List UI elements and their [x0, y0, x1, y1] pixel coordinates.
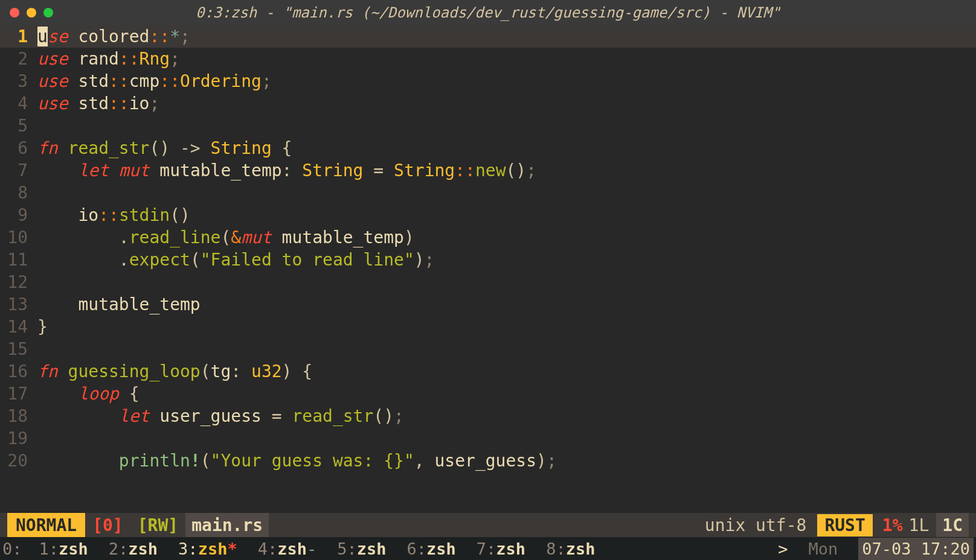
editor-pane[interactable]: 1use colored::*;2use rand::Rng;3use std:…	[0, 25, 976, 560]
code-content[interactable]: println!("Your guess was: {}", user_gues…	[37, 450, 557, 472]
line-number: 2	[0, 48, 37, 70]
code-line[interactable]: 20 println!("Your guess was: {}", user_g…	[0, 450, 976, 472]
line-number: 8	[0, 182, 37, 204]
line-number: 19	[0, 427, 37, 450]
minimize-icon[interactable]	[27, 8, 36, 18]
line-number: 17	[0, 383, 37, 405]
line-number: 15	[0, 338, 37, 360]
code-line[interactable]: 12	[0, 271, 976, 293]
code-line[interactable]: 18 let user_guess = read_str();	[0, 405, 976, 427]
line-number: 5	[0, 115, 37, 137]
code-line[interactable]: 9 io::stdin()	[0, 204, 976, 226]
tmux-statusline: 0: 1:zsh2:zsh3:zsh*4:zsh-5:zsh6:zsh7:zsh…	[0, 537, 976, 560]
code-line[interactable]: 1use colored::*;	[0, 25, 976, 48]
line-number: 11	[0, 249, 37, 271]
tmux-session: 0:	[2, 538, 22, 560]
line-number: 20	[0, 450, 37, 472]
tmux-window[interactable]: 6:zsh	[407, 538, 456, 560]
code-content[interactable]: fn guessing_loop(tg: u32) {	[37, 360, 312, 383]
filetype: RUST	[817, 514, 872, 536]
code-line[interactable]: 11 .expect("Failed to read line");	[0, 249, 976, 271]
line-number: 16	[0, 360, 37, 383]
line-indicator: 1L	[903, 514, 929, 536]
code-line[interactable]: 14}	[0, 316, 976, 338]
encoding: unix utf-8	[705, 514, 807, 536]
code-line[interactable]: 5	[0, 115, 976, 137]
tmux-window[interactable]: 4:zsh-	[258, 538, 317, 560]
line-number: 14	[0, 316, 37, 338]
tmux-separator: >	[778, 538, 788, 560]
tmux-window[interactable]: 2:zsh	[109, 538, 158, 560]
code-line[interactable]: 6fn read_str() -> String {	[0, 137, 976, 159]
tmux-window[interactable]: 5:zsh	[337, 538, 386, 560]
statusline: NORMAL [0] [RW] main.rs unix utf-8 RUST …	[0, 513, 976, 537]
code-line[interactable]: 3use std::cmp::Ordering;	[0, 70, 976, 92]
code-line[interactable]: 7 let mut mutable_temp: String = String:…	[0, 159, 976, 182]
code-content[interactable]: .read_line(&mut mutable_temp)	[37, 226, 414, 249]
tmux-window[interactable]: 8:zsh	[546, 538, 595, 560]
filename: main.rs	[185, 513, 269, 538]
code-area[interactable]: 1use colored::*;2use rand::Rng;3use std:…	[0, 25, 976, 513]
line-number: 3	[0, 70, 37, 92]
code-line[interactable]: 8	[0, 182, 976, 204]
code-content[interactable]: fn read_str() -> String {	[37, 137, 292, 159]
code-content[interactable]: mutable_temp	[37, 293, 201, 316]
code-line[interactable]: 16fn guessing_loop(tg: u32) {	[0, 360, 976, 383]
line-number: 1	[0, 25, 37, 48]
scroll-pct: 1%	[873, 514, 903, 536]
code-content[interactable]: loop {	[37, 383, 140, 405]
code-line[interactable]: 4use std::io;	[0, 92, 976, 115]
tmux-date: 07-03 17:20	[858, 538, 974, 560]
code-line[interactable]: 10 .read_line(&mut mutable_temp)	[0, 226, 976, 249]
terminal-window: 0:3:zsh - "main.rs (~/Downloads/dev_rust…	[0, 0, 976, 560]
buffer-index: [0]	[85, 514, 130, 536]
titlebar: 0:3:zsh - "main.rs (~/Downloads/dev_rust…	[0, 0, 976, 25]
code-content[interactable]: }	[37, 316, 48, 338]
close-icon[interactable]	[10, 8, 19, 18]
col-indicator: 1C	[936, 513, 969, 538]
line-number: 13	[0, 293, 37, 316]
code-line[interactable]: 19	[0, 427, 976, 450]
code-content[interactable]: use colored::*;	[37, 25, 190, 48]
tmux-window[interactable]: 3:zsh*	[178, 538, 237, 560]
line-number: 6	[0, 137, 37, 159]
tmux-window[interactable]: 1:zsh	[39, 538, 88, 560]
code-content[interactable]: use std::cmp::Ordering;	[37, 70, 272, 92]
line-number: 9	[0, 204, 37, 226]
window-title: 0:3:zsh - "main.rs (~/Downloads/dev_rust…	[0, 2, 976, 24]
code-content[interactable]: .expect("Failed to read line");	[37, 249, 434, 271]
tmux-window[interactable]: 7:zsh	[477, 538, 525, 560]
vim-mode: NORMAL	[7, 513, 85, 538]
tmux-day: Mon	[804, 538, 841, 560]
code-content[interactable]: use std::io;	[37, 92, 159, 115]
line-number: 10	[0, 226, 37, 249]
code-content[interactable]: let user_guess = read_str();	[37, 405, 404, 427]
zoom-icon[interactable]	[43, 8, 53, 18]
code-line[interactable]: 13 mutable_temp	[0, 293, 976, 316]
window-controls	[10, 8, 53, 18]
line-number: 7	[0, 159, 37, 182]
code-line[interactable]: 15	[0, 338, 976, 360]
code-line[interactable]: 2use rand::Rng;	[0, 48, 976, 70]
line-number: 12	[0, 271, 37, 293]
code-content[interactable]: let mut mutable_temp: String = String::n…	[37, 159, 536, 182]
rw-flag: [RW]	[130, 514, 185, 536]
code-content[interactable]: use rand::Rng;	[37, 48, 180, 70]
code-content[interactable]: io::stdin()	[37, 204, 190, 226]
line-number: 4	[0, 92, 37, 115]
line-number: 18	[0, 405, 37, 427]
code-line[interactable]: 17 loop {	[0, 383, 976, 405]
